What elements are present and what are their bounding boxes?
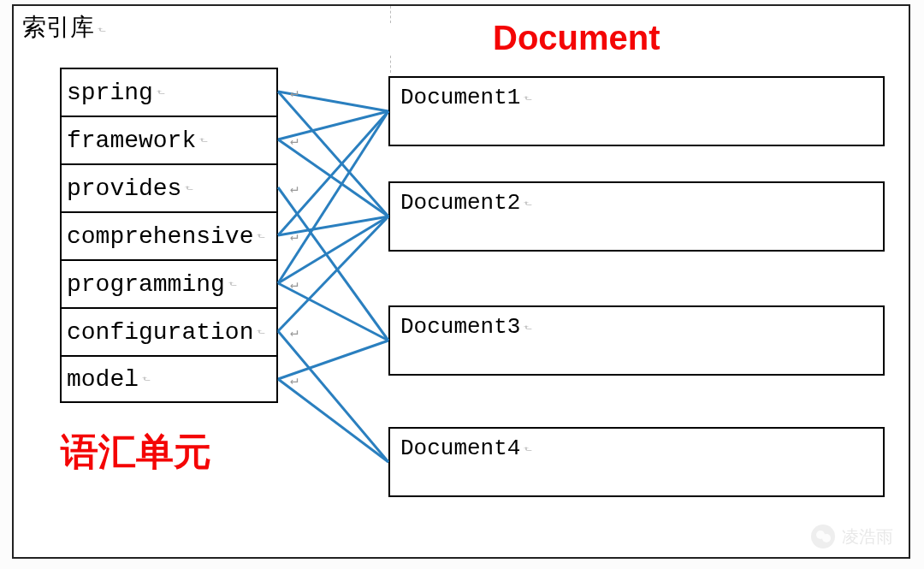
document-heading: Document <box>493 19 660 57</box>
term-text: spring <box>67 80 153 106</box>
svg-line-11 <box>278 331 388 462</box>
term-cell: spring⤶ <box>60 68 278 116</box>
svg-text:↵: ↵ <box>290 86 299 101</box>
term-text: configuration <box>67 319 253 346</box>
svg-line-6 <box>278 216 388 235</box>
svg-line-3 <box>278 139 388 216</box>
tick-mark <box>390 6 392 23</box>
document-label: Document1 <box>400 85 520 110</box>
svg-line-9 <box>278 283 388 341</box>
svg-text:↵: ↵ <box>290 229 299 245</box>
svg-line-2 <box>278 111 388 139</box>
term-text: programming <box>67 271 225 298</box>
svg-text:↵: ↵ <box>290 373 299 388</box>
term-cell: configuration⤶ <box>60 307 278 355</box>
document-label: Document3 <box>400 314 520 340</box>
wechat-icon <box>811 525 835 548</box>
term-cell: model⤶ <box>60 355 278 403</box>
term-text: framework <box>67 127 196 154</box>
document-box: Document3⤶ <box>388 305 885 376</box>
watermark-text: 凌浩雨 <box>842 525 893 548</box>
term-cell: framework⤶ <box>60 116 278 163</box>
svg-line-8 <box>278 216 388 283</box>
term-text: model <box>67 366 139 393</box>
svg-line-5 <box>278 111 388 235</box>
svg-line-4 <box>278 187 388 341</box>
svg-text:↵: ↵ <box>290 133 299 149</box>
document-box: Document2⤶ <box>388 181 885 252</box>
svg-line-13 <box>278 379 388 462</box>
svg-text:↵: ↵ <box>290 181 299 197</box>
index-library-title: 索引库⤶ <box>22 11 107 44</box>
svg-text:↵: ↵ <box>290 277 299 293</box>
vocabulary-unit-heading: 语汇单元 <box>61 427 211 477</box>
term-cell: comprehensive⤶ <box>60 211 278 259</box>
svg-line-1 <box>278 92 388 216</box>
term-cell: programming⤶ <box>60 259 278 307</box>
term-text: comprehensive <box>67 223 253 250</box>
svg-line-10 <box>278 216 388 331</box>
svg-line-7 <box>278 111 388 283</box>
svg-line-0 <box>278 92 388 111</box>
term-list: spring⤶ framework⤶ provides⤶ comprehensi… <box>60 68 278 403</box>
term-text: provides <box>67 175 181 202</box>
diagram-frame: 索引库⤶ Document spring⤶ framework⤶ provide… <box>12 4 910 559</box>
watermark: 凌浩雨 <box>811 525 893 548</box>
document-box: Document4⤶ <box>388 427 885 497</box>
term-cell: provides⤶ <box>60 163 278 211</box>
document-box: Document1⤶ <box>388 76 885 146</box>
svg-line-12 <box>278 341 388 379</box>
svg-text:↵: ↵ <box>290 325 299 341</box>
document-label: Document2 <box>400 190 520 216</box>
tick-mark <box>390 56 392 73</box>
document-label: Document4 <box>400 436 520 461</box>
